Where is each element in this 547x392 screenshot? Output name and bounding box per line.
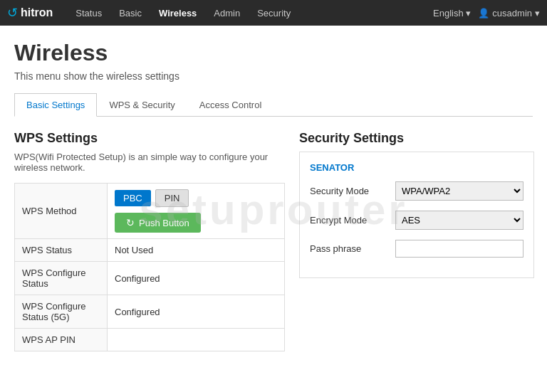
page-title: Wireless: [14, 40, 533, 66]
table-row: WPS AP PIN: [15, 329, 285, 351]
wps-status-value: Not Used: [108, 239, 285, 262]
wps-table: WPS Method PBC PIN ↻ Push Button: [14, 183, 285, 351]
brand-name: hitron: [21, 6, 53, 19]
security-mode-label: Security Mode: [310, 186, 395, 196]
tab-wps-security[interactable]: WPS & Security: [97, 93, 187, 117]
table-row: WPS Configure Status Configured: [15, 262, 285, 295]
security-section-title: Security Settings: [299, 131, 534, 146]
page-content: setuprouter Wireless This menu show the …: [0, 26, 547, 392]
security-mode-row: Security Mode WPA/WPA2 WPA WPA2 WEP None: [310, 181, 523, 201]
nav-links: Status Basic Wireless Admin Security: [67, 0, 433, 26]
wps-ap-pin-value: [108, 329, 285, 351]
nav-status[interactable]: Status: [67, 0, 110, 26]
wps-method-label: WPS Method: [15, 184, 108, 239]
wps-configure-status-value: Configured: [108, 262, 285, 295]
table-row: WPS Configure Status (5G) Configured: [15, 295, 285, 329]
wps-section-desc: WPS(Wifi Protected Setup) is an simple w…: [14, 152, 285, 173]
security-mode-select[interactable]: WPA/WPA2 WPA WPA2 WEP None: [395, 181, 523, 201]
navbar: ↺ hitron Status Basic Wireless Admin Sec…: [0, 0, 547, 26]
brand: ↺ hitron: [7, 5, 53, 21]
table-row: WPS Status Not Used: [15, 239, 285, 262]
pass-phrase-label: Pass phrase: [310, 243, 395, 254]
nav-right: English ▾ 👤 cusadmin ▾: [433, 8, 540, 18]
wps-configure-status-5g-label: WPS Configure Status (5G): [15, 295, 108, 329]
nav-admin[interactable]: Admin: [205, 0, 249, 26]
security-settings-panel: Security Settings SENATOR Security Mode …: [299, 131, 534, 351]
nav-basic[interactable]: Basic: [110, 0, 150, 26]
user-icon: 👤: [478, 8, 489, 18]
encrypt-mode-select[interactable]: AES TKIP TKIP+AES: [395, 211, 523, 230]
wps-settings-panel: WPS Settings WPS(Wifi Protected Setup) i…: [14, 131, 285, 351]
wps-method-cell: PBC PIN ↻ Push Button: [108, 184, 285, 239]
two-col-layout: WPS Settings WPS(Wifi Protected Setup) i…: [14, 131, 533, 351]
wps-ap-pin-label: WPS AP PIN: [15, 329, 108, 351]
tab-basic-settings[interactable]: Basic Settings: [14, 93, 97, 117]
encrypt-mode-label: Encrypt Mode: [310, 215, 395, 226]
ssid-label: SENATOR: [310, 162, 523, 173]
nav-security[interactable]: Security: [249, 0, 299, 26]
wps-section-title: WPS Settings: [14, 131, 285, 146]
refresh-icon: ↻: [126, 217, 135, 228]
language-selector[interactable]: English ▾: [433, 8, 471, 18]
wps-configure-status-label: WPS Configure Status: [15, 262, 108, 295]
pin-button[interactable]: PIN: [155, 189, 189, 207]
encrypt-mode-row: Encrypt Mode AES TKIP TKIP+AES: [310, 211, 523, 230]
method-buttons: PBC PIN: [115, 189, 277, 207]
tab-access-control[interactable]: Access Control: [187, 93, 274, 117]
table-row: WPS Method PBC PIN ↻ Push Button: [15, 184, 285, 239]
page-subtitle: This menu show the wireless settings: [14, 70, 533, 82]
wps-status-label: WPS Status: [15, 239, 108, 262]
logo-icon: ↺: [7, 5, 18, 21]
pass-phrase-input[interactable]: [395, 240, 523, 258]
username-label: cusadmin: [492, 8, 532, 18]
pbc-button[interactable]: PBC: [115, 190, 151, 206]
push-button[interactable]: ↻ Push Button: [115, 213, 201, 233]
language-label: English: [433, 8, 464, 18]
pass-phrase-row: Pass phrase: [310, 240, 523, 258]
security-section: SENATOR Security Mode WPA/WPA2 WPA WPA2 …: [299, 152, 534, 278]
user-menu[interactable]: 👤 cusadmin ▾: [478, 8, 540, 18]
push-button-label: Push Button: [139, 218, 189, 228]
tabs: Basic Settings WPS & Security Access Con…: [14, 93, 533, 117]
wps-configure-status-5g-value: Configured: [108, 295, 285, 329]
nav-wireless[interactable]: Wireless: [150, 0, 205, 26]
